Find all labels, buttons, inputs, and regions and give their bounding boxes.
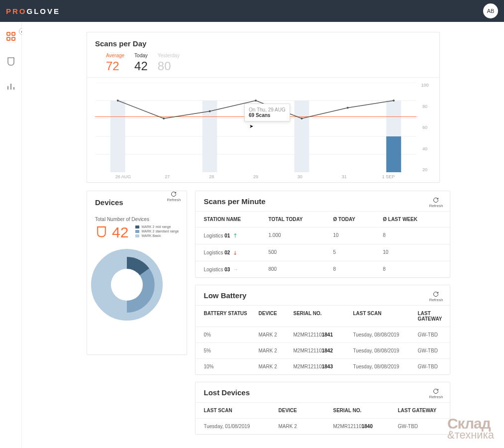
- stat-average-value: 72: [106, 59, 124, 73]
- scans-per-day-card: Scans per Day Average 72 Today 42 Yester…: [87, 32, 440, 183]
- svg-point-20: [347, 107, 349, 109]
- spm-header-row: STATION NAME TOTAL TODAY Ø TODAY Ø LAST …: [196, 211, 450, 227]
- avatar[interactable]: AB: [483, 3, 498, 18]
- chart-x-axis: 26 AUG 27 28 29 30 31 1 SEP: [95, 174, 416, 182]
- lb-refresh-button[interactable]: Refresh: [429, 291, 443, 302]
- svg-point-21: [393, 100, 395, 102]
- bars-icon: [6, 81, 16, 91]
- ld-header-row: LAST SCAN DEVICE SERIAL NO. LAST GATEWAY: [196, 402, 450, 418]
- svg-rect-0: [7, 32, 10, 35]
- table-row[interactable]: Logistics 01↗ 1.000 10 8: [196, 227, 450, 244]
- nav-analytics[interactable]: [5, 81, 16, 92]
- table-row[interactable]: 0% MARK 2 M2MR121101841 Tuesday, 08/08/2…: [196, 327, 450, 342]
- devices-legend: MARK 2 mid range MARK 2 standard range M…: [132, 225, 179, 238]
- svg-rect-2: [7, 37, 10, 40]
- svg-rect-14: [386, 136, 401, 172]
- stat-today-value: 42: [134, 59, 148, 73]
- nav-dashboard[interactable]: [5, 31, 16, 42]
- chart-y-axis: 100 80 60 40 20: [418, 83, 431, 172]
- app-header: PROGLOVE AB: [0, 0, 504, 22]
- svg-rect-11: [295, 101, 309, 172]
- device-icon: [6, 56, 16, 66]
- stat-yesterday: Yesterday 80: [158, 53, 180, 73]
- scans-per-day-chart: On Thu, 29 AUG 69 Scans ➤ 100 80 60 40 2…: [95, 83, 431, 182]
- svg-point-17: [209, 111, 211, 112]
- right-column: Scans per Minute Refresh STATION NAME TO…: [195, 191, 450, 435]
- svg-point-15: [117, 100, 119, 102]
- main-content: Scans per Day Average 72 Today 42 Yester…: [22, 22, 504, 448]
- stat-today-label: Today: [134, 53, 148, 58]
- svg-rect-9: [110, 101, 125, 172]
- logo: PROGLOVE: [6, 7, 60, 15]
- left-rail: [0, 22, 22, 448]
- line-chart-svg: [95, 83, 416, 172]
- devices-total-row: 42 MARK 2 mid range MARK 2 standard rang…: [87, 225, 187, 240]
- svg-point-19: [301, 117, 302, 119]
- scans-per-day-title: Scans per Day: [87, 32, 439, 53]
- stat-average: Average 72: [106, 53, 124, 73]
- refresh-icon: [171, 191, 177, 197]
- devices-subtitle: Total Number of Devices: [87, 212, 187, 225]
- logo-post: GLOVE: [27, 7, 61, 15]
- nav-device[interactable]: [5, 56, 16, 67]
- table-row[interactable]: 5% MARK 2 M2MR121101842 Tuesday, 08/08/2…: [196, 342, 450, 358]
- grid-icon: [6, 31, 16, 41]
- device-icon: [95, 225, 108, 238]
- stat-yesterday-label: Yesterday: [158, 53, 180, 58]
- refresh-icon: [433, 197, 439, 203]
- low-battery-card: Low Battery Refresh BATTERY STATUS DEVIC…: [195, 285, 450, 375]
- lost-devices-title: Lost Devices: [203, 388, 250, 397]
- svg-point-23: [111, 269, 143, 301]
- spm-refresh-button[interactable]: Refresh: [429, 197, 443, 208]
- table-row[interactable]: Tuesday, 01/08/2019 MARK 2 M2MR121101840…: [196, 418, 450, 434]
- logo-pre: PRO: [6, 7, 27, 15]
- ld-refresh-button[interactable]: Refresh: [429, 388, 443, 399]
- devices-refresh-button[interactable]: Refresh: [167, 191, 181, 202]
- table-row[interactable]: 10% MARK 2 M2MR121101843 Tuesday, 08/08/…: [196, 358, 450, 374]
- refresh-icon: [433, 388, 439, 394]
- lost-devices-card: Lost Devices Refresh LAST SCAN DEVICE SE…: [195, 382, 450, 435]
- table-row[interactable]: Logistics 03→ 800 8 8: [196, 261, 450, 277]
- stat-yesterday-value: 80: [158, 59, 180, 73]
- svg-point-18: [255, 100, 257, 102]
- cursor-icon: ➤: [249, 123, 253, 129]
- lb-header-row: BATTERY STATUS DEVICE SERIAL NO. LAST SC…: [196, 305, 450, 327]
- scans-per-minute-card: Scans per Minute Refresh STATION NAME TO…: [195, 191, 450, 278]
- svg-rect-1: [12, 32, 15, 35]
- devices-title: Devices: [87, 191, 131, 212]
- table-row[interactable]: Logistics 02↘ 500 5 10: [196, 244, 450, 261]
- row-devices-and-tables: Devices Refresh Total Number of Devices …: [87, 191, 439, 435]
- scans-per-day-stats: Average 72 Today 42 Yesterday 80: [87, 53, 439, 78]
- devices-card: Devices Refresh Total Number of Devices …: [87, 191, 187, 355]
- stat-average-label: Average: [106, 53, 124, 58]
- devices-donut-chart: [87, 245, 167, 325]
- low-battery-title: Low Battery: [203, 291, 246, 300]
- devices-total: 42: [112, 225, 128, 240]
- svg-point-16: [163, 117, 165, 119]
- stat-today: Today 42: [134, 53, 148, 73]
- svg-rect-3: [12, 37, 15, 40]
- spm-title: Scans per Minute: [203, 197, 265, 206]
- refresh-icon: [433, 291, 439, 297]
